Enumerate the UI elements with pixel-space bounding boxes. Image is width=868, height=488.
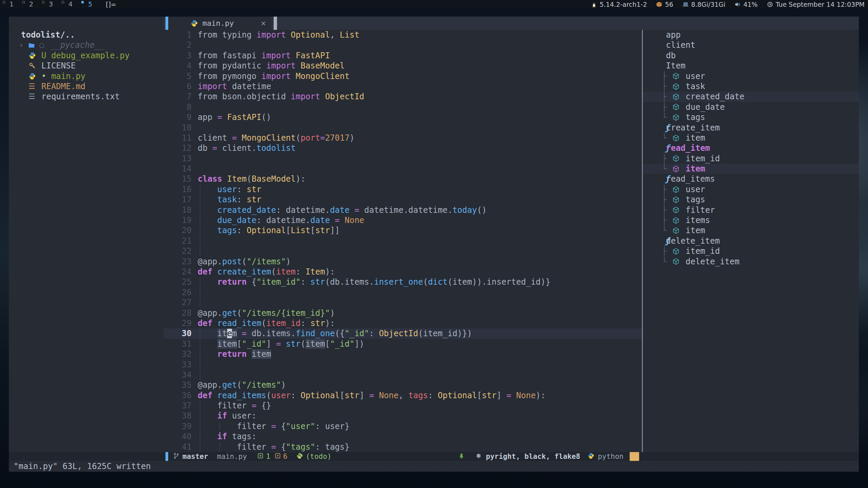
outline-symbol-label: items bbox=[686, 215, 710, 225]
code-line[interactable]: 23@app.post("/items") bbox=[163, 257, 642, 267]
outline-symbol-filter[interactable]: ├ filter bbox=[643, 205, 859, 215]
code-line[interactable]: 34 bbox=[163, 370, 642, 380]
layout-indicator[interactable]: []= bbox=[106, 1, 116, 8]
code-line[interactable]: 39 filter = {"user": user} bbox=[163, 421, 642, 431]
line-number: 38 bbox=[163, 411, 198, 421]
outline-symbol-read_item[interactable]: ƒread_item bbox=[643, 143, 859, 153]
code-line[interactable]: 6import datetime bbox=[163, 81, 642, 92]
outline-symbol-db[interactable]: db bbox=[643, 50, 859, 61]
code-line[interactable]: 30 item = db.items.find_one({"_id": Obje… bbox=[163, 328, 642, 339]
code-line[interactable]: 27 bbox=[163, 298, 642, 308]
code-line[interactable]: 35@app.get("/items") bbox=[163, 380, 642, 390]
code-line[interactable]: 15class Item(BaseModel): bbox=[163, 174, 642, 184]
outline-symbol-due_date[interactable]: ├ due_date bbox=[643, 102, 859, 112]
filetype-label: python bbox=[598, 452, 624, 461]
code-line[interactable]: 20 tags: Optional[List[str]] bbox=[163, 225, 642, 236]
outline-symbol-item[interactable]: └ item bbox=[643, 225, 859, 236]
outline-symbol-user[interactable]: ├ user bbox=[643, 71, 859, 81]
outline-symbol-Item[interactable]: Item bbox=[643, 61, 859, 71]
outline-symbol-label: Item bbox=[666, 61, 686, 71]
code-line[interactable]: 21 bbox=[163, 236, 642, 246]
outline-symbol-user[interactable]: ├ user bbox=[643, 184, 859, 195]
line-number: 17 bbox=[163, 195, 198, 205]
outline-symbol-tags[interactable]: ├ tags bbox=[643, 195, 859, 205]
outline-symbol-item_id[interactable]: ├ item_id bbox=[643, 154, 859, 164]
code-text: return item bbox=[198, 349, 271, 359]
chevron-right-icon[interactable]: › bbox=[9, 40, 28, 50]
tree-connector: └ bbox=[643, 257, 672, 267]
code-line[interactable]: 28@app.get("/items/{item_id}") bbox=[163, 308, 642, 318]
code-line[interactable]: 2 bbox=[163, 40, 642, 50]
tab-main-py[interactable]: main.py × bbox=[169, 17, 271, 30]
code-line[interactable]: 5from pymongo import MongoClient bbox=[163, 71, 642, 81]
workspace-tag-5[interactable]: 5 bbox=[79, 0, 98, 9]
code-line[interactable]: 1from typing import Optional, List bbox=[163, 30, 642, 40]
code-line[interactable]: 26 bbox=[163, 287, 642, 298]
outline-symbol-create_item[interactable]: ƒcreate_item bbox=[643, 123, 859, 133]
code-line[interactable]: 33 bbox=[163, 360, 642, 370]
code-text: db = client.todolist bbox=[198, 143, 296, 153]
code-line[interactable]: 25 return {"item_id": str(db.items.inser… bbox=[163, 277, 642, 287]
code-line[interactable]: 16 user: str bbox=[163, 184, 642, 195]
workspace-tag-1[interactable]: 1 bbox=[0, 0, 20, 9]
outline-symbol-tags[interactable]: └ tags bbox=[643, 112, 859, 122]
line-number: 11 bbox=[163, 133, 198, 143]
tree-item--pycache-[interactable]: › ◌ __pycache__ bbox=[9, 40, 163, 50]
code-line[interactable]: 10 bbox=[163, 123, 642, 133]
tree-item-requirements-txt[interactable]: ☰requirements.txt bbox=[9, 92, 163, 102]
tree-item-readme-md[interactable]: ☰README.md bbox=[9, 81, 163, 92]
code-line[interactable]: 32 return item bbox=[163, 349, 642, 359]
outline-symbol-task[interactable]: ├ task bbox=[643, 81, 859, 92]
outline-symbol-client[interactable]: client bbox=[643, 40, 859, 50]
line-number: 8 bbox=[163, 102, 198, 112]
tree-item-main-py[interactable]: • main.py bbox=[9, 71, 163, 81]
workspace-tag-4[interactable]: 4 bbox=[59, 0, 79, 9]
git-changed-count: 6 bbox=[283, 452, 288, 461]
tree-item-debug-example-py[interactable]: U debug_example.py bbox=[9, 50, 163, 61]
code-line[interactable]: 24def create_item(item: Item): bbox=[163, 267, 642, 277]
outline-symbol-label: db bbox=[666, 50, 676, 61]
python-icon bbox=[28, 73, 40, 80]
code-line[interactable]: 22 bbox=[163, 246, 642, 256]
outline-symbol-delete_item[interactable]: ƒdelete_item bbox=[643, 236, 859, 246]
code-line[interactable]: 3from fastapi import FastAPI bbox=[163, 50, 642, 61]
outline-symbol-created_date[interactable]: ├ created_date bbox=[643, 92, 859, 102]
code-line[interactable]: 11client = MongoClient(port=27017) bbox=[163, 133, 642, 143]
code-line[interactable]: 40 if tags: bbox=[163, 431, 642, 442]
code-line[interactable]: 31 item["_id"] = str(item["_id"]) bbox=[163, 339, 642, 349]
outline-symbol-item[interactable]: └ item bbox=[643, 164, 859, 174]
line-number: 27 bbox=[163, 298, 198, 308]
workspace-tag-3[interactable]: 3 bbox=[39, 0, 59, 9]
outline-symbol-item[interactable]: └ item bbox=[643, 133, 859, 143]
code-line[interactable]: 19 due_date: datetime.date = None bbox=[163, 215, 642, 225]
workspace-indicator-square bbox=[3, 1, 5, 3]
command-line-message: "main.py" 63L, 1625C written bbox=[9, 461, 859, 472]
code-line[interactable]: 7from bson.objectid import ObjectId bbox=[163, 92, 642, 102]
code-line[interactable]: 18 created_date: datetime.date = datetim… bbox=[163, 205, 642, 215]
code-line[interactable]: 12db = client.todolist bbox=[163, 143, 642, 153]
code-line[interactable]: 38 if user: bbox=[163, 411, 642, 421]
code-line[interactable]: 29def read_item(item_id: str): bbox=[163, 318, 642, 328]
code-line[interactable]: 41 filter = {"tags": tags} bbox=[163, 442, 642, 452]
outline-symbol-delete_item[interactable]: └ delete_item bbox=[643, 257, 859, 267]
code-line[interactable]: 37 filter = {} bbox=[163, 401, 642, 411]
outline-symbol-read_items[interactable]: ƒread_items bbox=[643, 174, 859, 184]
tree-root-folder[interactable]: todolist/.. bbox=[9, 30, 163, 40]
outline-symbol-item_id[interactable]: ├ item_id bbox=[643, 246, 859, 256]
workspace-tag-2[interactable]: 2 bbox=[20, 0, 39, 9]
tree-item-license[interactable]: LICENSE bbox=[9, 61, 163, 71]
indent-guide bbox=[200, 298, 200, 307]
code-line[interactable]: 9app = FastAPI() bbox=[163, 112, 642, 122]
line-number: 26 bbox=[163, 287, 198, 298]
code-line[interactable]: 14 bbox=[163, 164, 642, 174]
close-icon[interactable]: × bbox=[261, 19, 266, 28]
code-line[interactable]: 13 bbox=[163, 154, 642, 164]
code-line[interactable]: 36def read_items(user: Optional[str] = N… bbox=[163, 390, 642, 401]
outline-symbol-app[interactable]: app bbox=[643, 30, 859, 40]
code-line[interactable]: 4from pydantic import BaseModel bbox=[163, 61, 642, 71]
outline-symbol-items[interactable]: ├ items bbox=[643, 215, 859, 225]
code-line[interactable]: 17 task: str bbox=[163, 195, 642, 205]
code-text: from pydantic import BaseModel bbox=[198, 61, 345, 71]
outline-symbol-label: read_items bbox=[666, 174, 715, 184]
code-line[interactable]: 8 bbox=[163, 102, 642, 112]
